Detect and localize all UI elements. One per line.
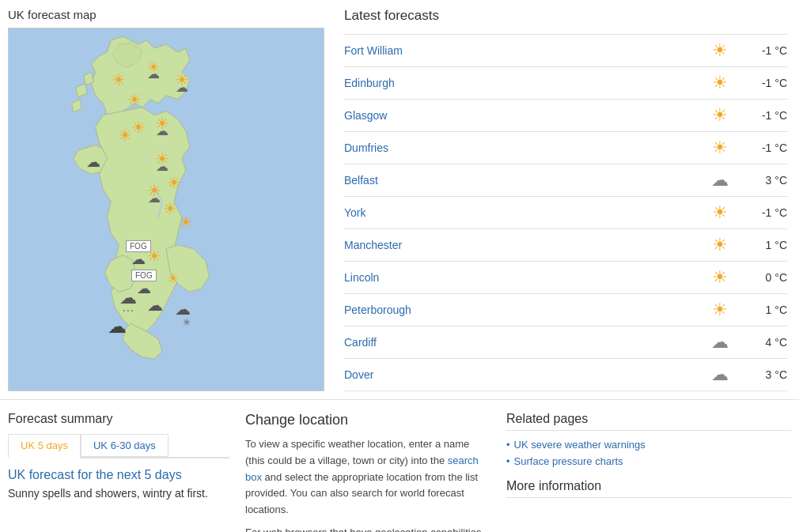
tab-6-30days[interactable]: UK 6-30 days <box>81 434 169 457</box>
forecast-section-title: Latest forecasts <box>344 8 787 30</box>
map-symbol-e-england: ☀ <box>179 214 193 230</box>
map-symbol-se-cloud: ☁ <box>175 301 191 317</box>
map-symbol-sw-sun: ☀ <box>147 248 161 264</box>
forecast-row: Dover☁3 °C <box>344 359 787 391</box>
weather-icon-cell: ☀ <box>700 235 740 255</box>
map-symbol-dark-cloud-bl: ☁ <box>108 317 127 336</box>
city-link[interactable]: Glasgow <box>344 109 700 122</box>
change-location-para1: To view a specific weather location, ent… <box>245 436 490 519</box>
change-location-title: Change location <box>245 412 490 428</box>
city-link[interactable]: Dumfries <box>344 141 700 154</box>
more-info-title: More information <box>506 479 791 498</box>
city-link[interactable]: Belfast <box>344 174 700 187</box>
bottom-section: Forecast summary UK 5 days UK 6-30 days … <box>0 399 799 532</box>
map-symbol-manchester: ☀ ☁ <box>147 183 161 205</box>
temp-value: -1 °C <box>740 109 787 122</box>
city-link[interactable]: Cardiff <box>344 336 700 349</box>
map-symbol-york: ☀ <box>167 175 181 191</box>
search-box-link[interactable]: search box <box>245 455 479 483</box>
temp-value: 1 °C <box>740 239 787 251</box>
map-container[interactable]: Mon 0800 <box>8 28 324 391</box>
map-symbol-n-scotland: ☀ ☁ <box>147 60 160 81</box>
weather-icon-cell: ☀ <box>700 105 740 126</box>
city-link[interactable]: York <box>344 206 700 219</box>
top-section: UK forecast map Mon 0800 <box>0 0 799 399</box>
forecast-row: Glasgow☀-1 °C <box>344 100 787 132</box>
forecast-text: Sunny spells and showers, wintry at firs… <box>8 487 229 500</box>
tab-container: UK 5 days UK 6-30 days <box>8 434 229 458</box>
temp-value: -1 °C <box>740 77 787 89</box>
city-link[interactable]: Fort William <box>344 44 700 57</box>
main-container: UK forecast map Mon 0800 <box>0 0 799 532</box>
sun-icon: ☀ <box>712 138 728 158</box>
change-location: Change location To view a specific weath… <box>245 412 490 532</box>
map-symbol-belfast: ☁ <box>86 155 100 169</box>
bullet-icon: • <box>506 455 510 467</box>
weather-icon-cell: ☁ <box>700 364 740 385</box>
map-symbol-s-england: ☀ <box>167 272 179 285</box>
map-symbol-snow: ✳ <box>183 317 191 328</box>
related-link[interactable]: • Surface pressure charts <box>506 455 791 467</box>
forecast-row: Dumfries☀-1 °C <box>344 132 787 164</box>
temp-value: 4 °C <box>740 336 787 349</box>
forecast-section: Latest forecasts Fort William☀-1 °CEdinb… <box>332 0 799 399</box>
map-symbol-central-scotland: ☀ <box>131 119 146 135</box>
related-pages: Related pages • UK severe weather warnin… <box>506 412 791 532</box>
forecast-headline: UK forecast for the next 5 days <box>8 468 229 482</box>
city-link[interactable]: Peterborough <box>344 304 700 316</box>
map-symbol-fort-william: ☀ <box>127 92 142 108</box>
temp-value: -1 °C <box>740 141 787 154</box>
forecast-row: Lincoln☀0 °C <box>344 262 787 294</box>
temp-value: 1 °C <box>740 304 787 316</box>
map-symbol-ne-scotland: ☀ ☁ <box>175 72 189 94</box>
temp-value: 3 °C <box>740 174 787 187</box>
related-link[interactable]: • UK severe weather warnings <box>506 439 791 451</box>
summary-title: Forecast summary <box>8 412 229 426</box>
city-link[interactable]: Edinburgh <box>344 77 700 89</box>
map-title: UK forecast map <box>8 8 324 21</box>
more-info: More information <box>506 479 791 498</box>
map-symbol-glasgow: ☀ <box>118 127 132 143</box>
forecast-row: Fort William☀-1 °C <box>344 34 787 67</box>
map-symbol-nw-scotland: ☀ <box>112 72 126 88</box>
temp-value: 3 °C <box>740 368 787 381</box>
city-link[interactable]: Manchester <box>344 239 700 251</box>
map-symbol-edinburgh: ☀ ☁ <box>155 115 169 138</box>
sun-icon: ☀ <box>712 40 728 61</box>
temp-value: -1 °C <box>740 44 787 57</box>
sun-icon: ☀ <box>712 300 728 320</box>
forecast-summary: Forecast summary UK 5 days UK 6-30 days … <box>8 412 229 532</box>
map-section: UK forecast map Mon 0800 <box>0 0 332 399</box>
forecast-list: Fort William☀-1 °CEdinburgh☀-1 °CGlasgow… <box>344 34 787 391</box>
weather-icon-cell: ☀ <box>700 40 740 61</box>
temp-value: -1 °C <box>740 206 787 219</box>
city-link[interactable]: Dover <box>344 368 700 381</box>
sun-icon: ☀ <box>712 202 728 223</box>
forecast-row: Manchester☀1 °C <box>344 229 787 262</box>
weather-icon-cell: ☁ <box>700 332 740 353</box>
cloud-icon: ☁ <box>711 332 729 353</box>
sun-icon: ☀ <box>712 73 728 93</box>
city-link[interactable]: Lincoln <box>344 271 700 284</box>
sun-icon: ☀ <box>712 235 728 255</box>
weather-icon-cell: ☀ <box>700 138 740 158</box>
weather-icon-cell: ☀ <box>700 202 740 223</box>
related-links-container: • UK severe weather warnings• Surface pr… <box>506 439 791 467</box>
sun-icon: ☀ <box>712 267 728 288</box>
cloud-icon: ☁ <box>711 364 729 385</box>
weather-icon-cell: ☀ <box>700 267 740 288</box>
forecast-row: Peterborough☀1 °C <box>344 294 787 326</box>
temp-value: 0 °C <box>740 271 787 284</box>
forecast-row: Cardiff☁4 °C <box>344 326 787 359</box>
tab-5days[interactable]: UK 5 days <box>8 434 81 458</box>
cloud-icon: ☁ <box>711 170 729 191</box>
map-symbol-s-cloud: ☁ <box>147 297 163 313</box>
forecast-row: Belfast☁3 °C <box>344 164 787 197</box>
map-symbol-sw-cloud: ☁ • • • <box>119 289 137 314</box>
sun-icon: ☀ <box>712 105 728 126</box>
weather-icon-cell: ☀ <box>700 73 740 93</box>
related-pages-title: Related pages <box>506 412 791 431</box>
weather-icon-cell: ☀ <box>700 300 740 320</box>
weather-icon-cell: ☁ <box>700 170 740 191</box>
change-location-para2: For web browsers that have geolocation c… <box>245 525 490 532</box>
